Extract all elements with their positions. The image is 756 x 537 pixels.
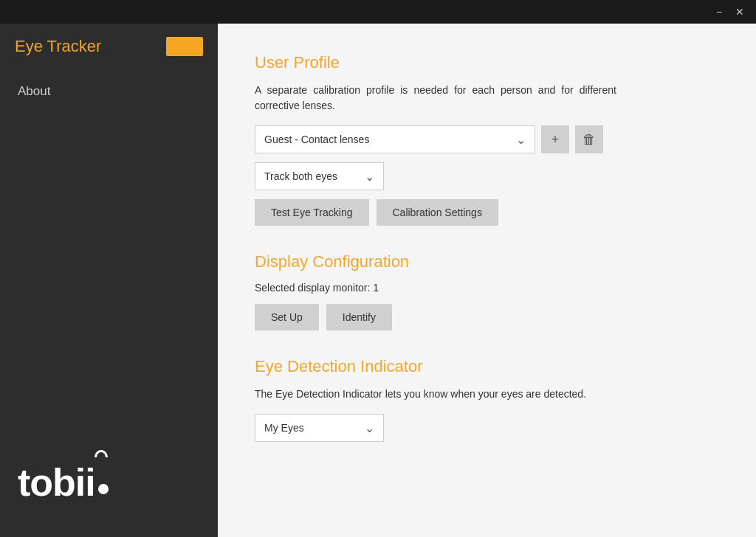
profile-row: Guest - Contact lenses ⌄ + 🗑 — [255, 125, 719, 153]
indicator-dropdown-arrow-icon: ⌄ — [365, 421, 374, 435]
plus-icon: + — [551, 132, 560, 148]
tracking-buttons-row: Test Eye Tracking Calibration Settings — [255, 199, 719, 226]
app-title: Eye Tracker — [15, 37, 101, 56]
delete-profile-button[interactable]: 🗑 — [575, 125, 603, 153]
indicator-dropdown-value: My Eyes — [264, 422, 304, 434]
tobii-arc-icon — [94, 450, 108, 457]
close-button[interactable]: ✕ — [729, 1, 750, 22]
sidebar-nav: About — [0, 69, 218, 114]
profile-dropdown-arrow-icon: ⌄ — [516, 133, 526, 147]
eye-detection-desc: The Eye Detection Indicator lets you kno… — [255, 387, 616, 402]
sidebar-header: Eye Tracker — [0, 24, 218, 69]
add-profile-button[interactable]: + — [541, 125, 569, 153]
user-profile-title: User Profile — [255, 53, 719, 72]
trash-icon: 🗑 — [583, 132, 596, 148]
identify-button[interactable]: Identify — [326, 304, 392, 330]
eye-dropdown-arrow-icon: ⌄ — [365, 170, 374, 184]
minimize-button[interactable]: − — [709, 1, 729, 22]
display-config-title: Display Configuration — [255, 252, 719, 271]
eye-detection-section: Eye Detection Indicator The Eye Detectio… — [255, 357, 719, 442]
title-bar: − ✕ — [0, 0, 756, 24]
user-profile-section: User Profile A separate calibration prof… — [255, 53, 719, 226]
sidebar: Eye Tracker About tobii — [0, 24, 218, 537]
tobii-logo-text: tobii — [18, 460, 95, 505]
sidebar-logo: tobii — [0, 428, 218, 537]
calibration-settings-button[interactable]: Calibration Settings — [377, 199, 498, 226]
setup-button[interactable]: Set Up — [255, 304, 319, 330]
eye-tracking-dropdown-value: Track both eyes — [264, 170, 337, 182]
selected-display-info: Selected display monitor: 1 — [255, 282, 719, 294]
app-body: Eye Tracker About tobii User Profile A s… — [0, 24, 756, 537]
main-content: User Profile A separate calibration prof… — [218, 24, 756, 537]
indicator-dropdown[interactable]: My Eyes ⌄ — [255, 414, 384, 442]
display-buttons-row: Set Up Identify — [255, 304, 719, 330]
test-eye-tracking-button[interactable]: Test Eye Tracking — [255, 199, 369, 226]
tobii-logo: tobii — [18, 450, 200, 515]
tracker-indicator — [166, 37, 203, 56]
eye-tracking-dropdown[interactable]: Track both eyes ⌄ — [255, 162, 384, 190]
tobii-dot-icon — [98, 484, 109, 494]
profile-dropdown-value: Guest - Contact lenses — [264, 134, 369, 145]
eye-detection-title: Eye Detection Indicator — [255, 357, 719, 376]
display-config-section: Display Configuration Selected display m… — [255, 252, 719, 330]
profile-dropdown[interactable]: Guest - Contact lenses ⌄ — [255, 125, 535, 153]
sidebar-item-about[interactable]: About — [0, 75, 218, 108]
user-profile-desc: A separate calibration profile is needed… — [255, 83, 616, 114]
